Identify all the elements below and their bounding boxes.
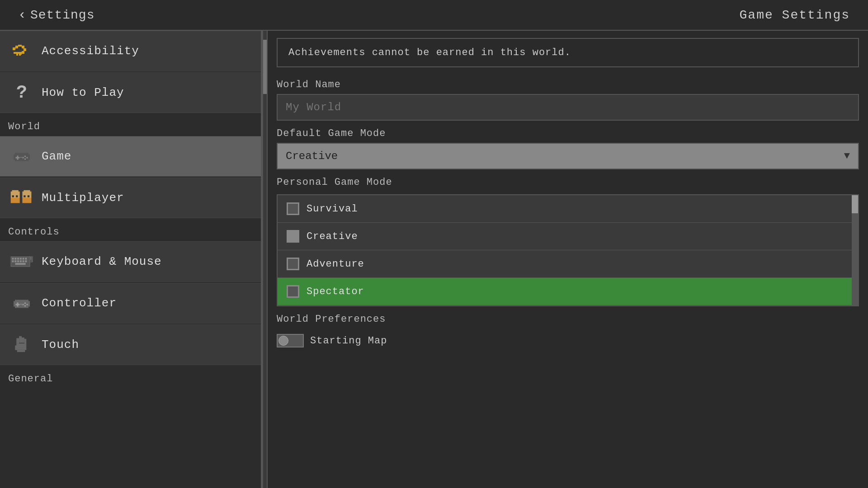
world-name-input[interactable] [277, 94, 859, 121]
sidebar-item-controller[interactable]: Controller [0, 283, 261, 324]
back-arrow-icon: ‹ [18, 7, 27, 23]
personal-game-mode-label: Personal Game Mode [277, 177, 859, 188]
game-mode-spectator[interactable]: Spectator [278, 278, 858, 305]
spectator-checkbox[interactable] [287, 285, 299, 298]
survival-checkbox[interactable] [287, 202, 299, 215]
sidebar: Accessibility ? How to Play World [0, 31, 262, 488]
svg-rect-46 [15, 263, 26, 265]
sidebar-item-touch[interactable]: Touch [0, 324, 261, 365]
game-mode-list: Survival Creative Adventure Spectator [277, 194, 859, 306]
svg-rect-35 [14, 258, 16, 259]
controls-section-label: Controls [0, 219, 261, 241]
chevron-down-icon: ▼ [844, 150, 850, 162]
game-mode-scrollbar[interactable] [852, 195, 858, 305]
svg-rect-40 [12, 260, 14, 262]
main-content: Accessibility ? How to Play World [0, 31, 868, 488]
svg-rect-4 [24, 48, 26, 51]
svg-rect-41 [14, 260, 16, 262]
game-mode-adventure[interactable]: Adventure [278, 250, 858, 278]
scrollbar-thumb [852, 195, 858, 213]
svg-rect-39 [25, 258, 27, 259]
world-name-label: World Name [277, 79, 859, 90]
sidebar-item-keyboard-mouse[interactable]: Keyboard & Mouse [0, 241, 261, 282]
accessibility-label: Accessibility [42, 44, 139, 58]
controller2-icon [10, 291, 33, 315]
svg-rect-26 [16, 195, 18, 197]
adventure-label: Adventure [307, 258, 364, 270]
starting-map-toggle[interactable] [277, 334, 304, 347]
keyboard-mouse-label: Keyboard & Mouse [42, 255, 162, 268]
svg-rect-28 [24, 190, 30, 193]
sidebar-item-accessibility[interactable]: Accessibility [0, 31, 261, 71]
svg-rect-56 [27, 304, 28, 305]
touch-label: Touch [42, 338, 79, 352]
sidebar-scrollbar[interactable] [262, 31, 268, 488]
svg-rect-65 [15, 345, 17, 350]
how-to-play-label: How to Play [42, 86, 124, 99]
multiplayer-icon [10, 186, 33, 210]
game-label: Game [42, 150, 71, 163]
dropdown-value: Creative [286, 150, 338, 162]
touch-icon [10, 333, 33, 357]
svg-rect-45 [25, 260, 27, 262]
svg-rect-36 [17, 258, 19, 259]
svg-rect-64 [16, 343, 26, 350]
game-mode-creative[interactable]: Creative [278, 223, 858, 250]
svg-rect-17 [27, 157, 28, 159]
svg-rect-15 [16, 157, 20, 159]
sidebar-item-game[interactable]: Game [0, 136, 261, 177]
svg-rect-38 [22, 258, 24, 259]
right-panel: Achievements cannot be earned in this wo… [268, 31, 868, 488]
sidebar-item-how-to-play[interactable]: ? How to Play [0, 72, 261, 113]
back-label: Settings [30, 8, 94, 22]
svg-rect-5 [22, 51, 24, 54]
controller-icon [10, 145, 33, 168]
achievements-banner: Achievements cannot be earned in this wo… [277, 38, 859, 67]
svg-rect-55 [24, 303, 26, 304]
svg-rect-62 [22, 338, 24, 343]
keyboard-icon [10, 250, 33, 273]
starting-map-label: Starting Map [310, 335, 387, 347]
header: ‹ Settings Game Settings [0, 0, 868, 31]
default-game-mode-label: Default Game Mode [277, 128, 859, 139]
svg-rect-61 [16, 338, 19, 343]
general-section-label: General [0, 366, 261, 388]
back-button[interactable]: ‹ Settings [18, 7, 94, 23]
svg-rect-3 [22, 46, 24, 48]
svg-rect-59 [20, 304, 22, 305]
default-game-mode-dropdown[interactable]: Creative ▼ [277, 143, 859, 169]
world-preferences-section: World Preferences Starting Map [268, 306, 868, 354]
spectator-label: Spectator [307, 286, 364, 297]
svg-rect-34 [12, 258, 14, 259]
svg-rect-63 [24, 339, 26, 343]
svg-rect-57 [24, 305, 26, 307]
svg-rect-37 [20, 258, 22, 259]
survival-label: Survival [307, 203, 358, 215]
svg-rect-0 [13, 47, 15, 50]
world-section-label: World [0, 114, 261, 136]
controller-label: Controller [42, 296, 117, 310]
svg-rect-25 [12, 195, 14, 197]
adventure-checkbox[interactable] [287, 258, 299, 270]
svg-rect-31 [28, 195, 29, 197]
default-game-mode-section: Default Game Mode Creative ▼ [268, 123, 868, 172]
svg-rect-24 [11, 198, 20, 203]
key-icon [10, 39, 33, 63]
svg-rect-54 [16, 304, 20, 305]
svg-rect-29 [22, 198, 31, 203]
svg-rect-7 [14, 52, 21, 54]
page-title: Game Settings [740, 8, 850, 22]
toggle-knob [278, 336, 288, 346]
world-name-section: World Name [268, 75, 868, 123]
question-icon: ? [10, 81, 33, 104]
creative-checkbox[interactable] [287, 230, 299, 243]
svg-rect-58 [23, 304, 24, 305]
multiplayer-label: Multiplayer [42, 191, 124, 205]
svg-rect-10 [20, 47, 22, 49]
starting-map-pref: Starting Map [277, 330, 859, 351]
game-mode-survival[interactable]: Survival [278, 195, 858, 223]
svg-rect-9 [19, 54, 21, 56]
svg-rect-44 [22, 260, 24, 262]
sidebar-item-multiplayer[interactable]: Multiplayer [0, 178, 261, 218]
world-preferences-label: World Preferences [277, 314, 859, 325]
